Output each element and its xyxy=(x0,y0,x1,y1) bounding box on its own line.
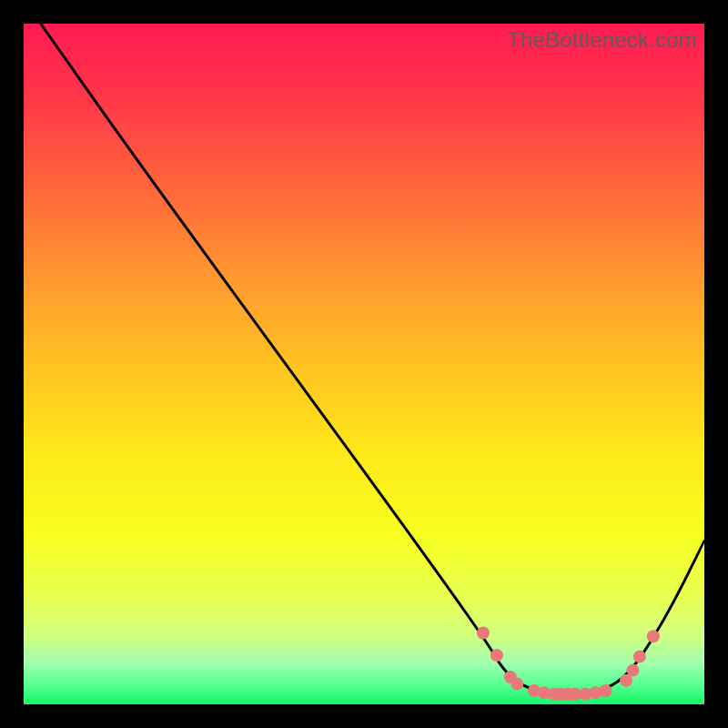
bottleneck-curve xyxy=(41,24,704,694)
marker-group xyxy=(477,627,660,701)
data-marker xyxy=(477,627,490,640)
data-marker xyxy=(647,630,660,642)
data-marker xyxy=(627,664,640,677)
plot-area: TheBottleneck.com xyxy=(24,24,704,704)
data-marker xyxy=(490,649,503,662)
chart-container: TheBottleneck.com xyxy=(0,0,728,728)
chart-svg xyxy=(24,24,704,704)
data-marker xyxy=(511,678,523,691)
data-marker xyxy=(600,684,612,697)
data-marker xyxy=(633,651,646,663)
